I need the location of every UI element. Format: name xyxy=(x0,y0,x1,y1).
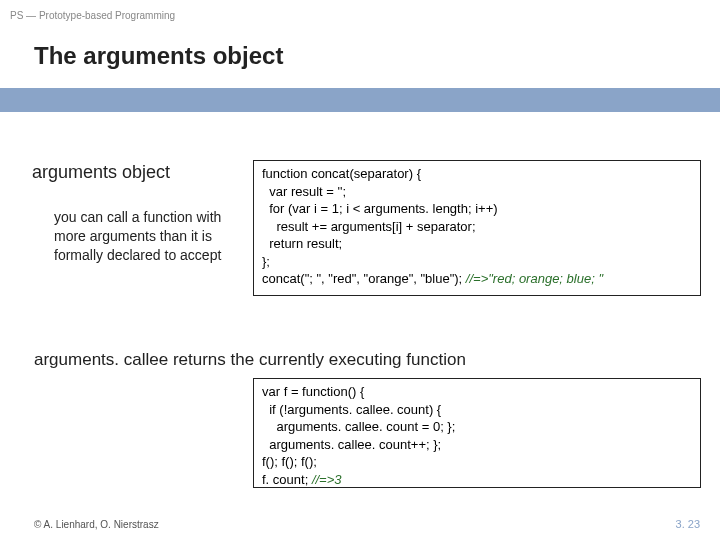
code-line: arguments. callee. count = 0; }; xyxy=(262,419,455,434)
section-heading-callee: arguments. callee returns the currently … xyxy=(34,350,466,370)
code-block-callee: var f = function() { if (!arguments. cal… xyxy=(253,378,701,488)
title-band xyxy=(0,88,720,112)
code-line: result += arguments[i] + separator; xyxy=(262,219,476,234)
code-line: var f = function() { xyxy=(262,384,364,399)
code-comment: //=>"red; orange; blue; " xyxy=(466,271,603,286)
code-line: for (var i = 1; i < arguments. length; i… xyxy=(262,201,498,216)
code-line: concat("; ", "red", "orange", "blue"); xyxy=(262,271,466,286)
code-block-concat: function concat(separator) { var result … xyxy=(253,160,701,296)
code-comment: //=>3 xyxy=(312,472,342,487)
section-desc-arguments: you can call a function with more argume… xyxy=(54,208,229,265)
code-line: }; xyxy=(262,254,270,269)
page-title: The arguments object xyxy=(34,42,283,70)
code-line: function concat(separator) { xyxy=(262,166,421,181)
code-line: if (!arguments. callee. count) { xyxy=(262,402,441,417)
code-line: f. count; xyxy=(262,472,312,487)
breadcrumb: PS — Prototype-based Programming xyxy=(10,10,175,21)
footer-page-number: 3. 23 xyxy=(676,518,700,530)
code-line: f(); f(); f(); xyxy=(262,454,317,469)
code-line: arguments. callee. count++; }; xyxy=(262,437,441,452)
code-line: var result = ''; xyxy=(262,184,346,199)
code-line: return result; xyxy=(262,236,342,251)
footer-copyright: © A. Lienhard, O. Nierstrasz xyxy=(34,519,159,530)
section-heading-arguments: arguments object xyxy=(32,162,170,183)
